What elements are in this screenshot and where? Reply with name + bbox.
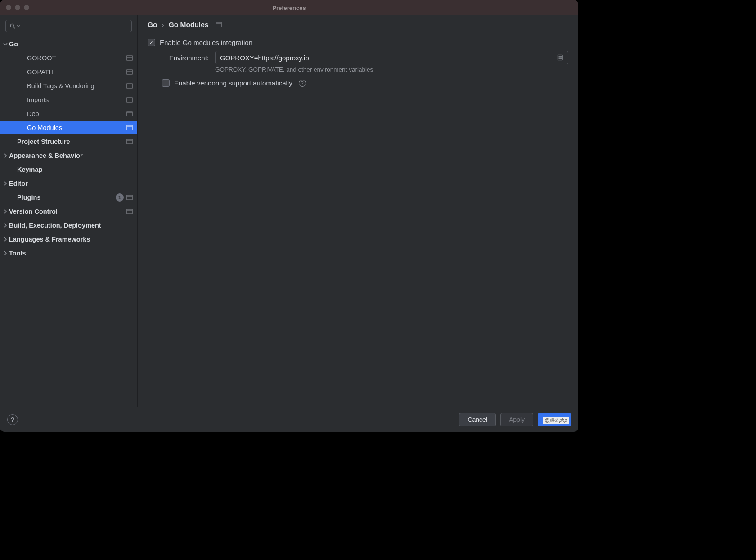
cancel-button[interactable]: Cancel (459, 413, 496, 426)
enable-go-modules-checkbox[interactable] (148, 39, 155, 46)
vendoring-label: Enable vendoring support automatically (174, 79, 292, 87)
window-title: Preferences (0, 4, 578, 11)
environment-row: Environment: GOPROXY=https://goproxy.io (162, 51, 568, 64)
sidebar-item-build-execution-deployment[interactable]: Build, Execution, Deployment (0, 218, 137, 232)
sidebar-item-label: Editor (9, 180, 28, 187)
sidebar-item-languages-frameworks[interactable]: Languages & Frameworks (0, 232, 137, 246)
sidebar-item-label: Plugins (17, 194, 40, 201)
sidebar-item-label: Imports (27, 96, 49, 103)
sidebar-item-label: Go Modules (27, 124, 62, 131)
sidebar-item-label: Dep (27, 110, 39, 117)
project-scope-icon (126, 195, 133, 200)
sidebar-item-go[interactable]: Go (0, 37, 137, 51)
enable-go-modules-label: Enable Go modules integration (160, 39, 252, 46)
environment-label: Environment: (162, 54, 209, 62)
chevron-right-icon[interactable] (0, 209, 9, 214)
sidebar-item-label: Build Tags & Vendoring (27, 82, 94, 90)
chevron-right-icon[interactable] (0, 153, 9, 158)
project-scope-icon (126, 111, 133, 116)
sidebar-item-tools[interactable]: Tools (0, 246, 137, 260)
footer-help-button[interactable]: ? (7, 414, 18, 425)
titlebar: Preferences (0, 0, 578, 15)
environment-hint: GOPROXY, GOPRIVATE, and other environmen… (215, 66, 568, 73)
sidebar-item-editor[interactable]: Editor (0, 176, 137, 190)
sidebar-item-label: GOPATH (27, 68, 54, 76)
chevron-right-icon[interactable] (0, 251, 9, 255)
sidebar-item-label: Appearance & Behavior (9, 152, 83, 159)
search-input[interactable] (5, 20, 132, 32)
chevron-right-icon: › (162, 21, 164, 29)
expand-env-icon[interactable] (557, 54, 563, 61)
vendoring-checkbox[interactable] (162, 79, 170, 87)
vendoring-row[interactable]: Enable vendoring support automatically ? (162, 79, 568, 87)
enable-go-modules-row[interactable]: Enable Go modules integration (148, 39, 568, 46)
apply-button[interactable]: Apply (500, 413, 533, 426)
sidebar-item-keymap[interactable]: Keymap (0, 162, 137, 176)
chevron-right-icon[interactable] (0, 181, 9, 186)
sidebar-item-label: Go (9, 40, 18, 48)
sidebar-item-build-tags-vendoring[interactable]: Build Tags & Vendoring (0, 79, 137, 93)
sidebar-item-label: Languages & Frameworks (9, 236, 90, 243)
project-scope-icon (216, 22, 222, 27)
settings-tree: GoGOROOTGOPATHBuild Tags & VendoringImpo… (0, 36, 137, 407)
body-area: GoGOROOTGOPATHBuild Tags & VendoringImpo… (0, 15, 578, 407)
update-badge: 1 (116, 193, 124, 202)
help-icon[interactable]: ? (299, 80, 306, 87)
breadcrumb: Go › Go Modules (138, 15, 578, 32)
sidebar-item-go-modules[interactable]: Go Modules (0, 121, 137, 134)
sidebar-item-label: Keymap (17, 166, 42, 173)
chevron-right-icon[interactable] (0, 237, 9, 242)
preferences-window: Preferences GoGOROOTGOPATHBuild Tags & V… (0, 0, 578, 432)
sidebar-item-imports[interactable]: Imports (0, 93, 137, 107)
watermark: @掘金 php (543, 417, 569, 424)
environment-value: GOPROXY=https://goproxy.io (220, 54, 557, 62)
sidebar-item-appearance-behavior[interactable]: Appearance & Behavior (0, 148, 137, 162)
search-field[interactable] (21, 23, 128, 30)
footer: ? Cancel Apply @掘金 php (0, 407, 578, 432)
search-dropdown-icon[interactable] (17, 24, 20, 28)
project-scope-icon (126, 69, 133, 75)
sidebar-item-project-structure[interactable]: Project Structure (0, 134, 137, 148)
svg-point-0 (10, 24, 14, 27)
project-scope-icon (126, 55, 133, 61)
sidebar-item-gopath[interactable]: GOPATH (0, 65, 137, 79)
project-scope-icon (126, 83, 133, 89)
sidebar-item-plugins[interactable]: Plugins1 (0, 190, 137, 204)
sidebar: GoGOROOTGOPATHBuild Tags & VendoringImpo… (0, 15, 138, 407)
chevron-right-icon[interactable] (0, 223, 9, 228)
sidebar-item-goroot[interactable]: GOROOT (0, 51, 137, 65)
sidebar-item-label: Build, Execution, Deployment (9, 222, 101, 229)
sidebar-item-label: GOROOT (27, 54, 56, 62)
svg-line-1 (14, 27, 15, 29)
search-icon (9, 23, 16, 29)
sidebar-item-label: Tools (9, 250, 26, 257)
ok-button[interactable]: @掘金 php (538, 413, 571, 426)
breadcrumb-root[interactable]: Go (148, 21, 158, 29)
sidebar-item-version-control[interactable]: Version Control (0, 204, 137, 218)
settings-content: Enable Go modules integration Environmen… (138, 32, 578, 89)
project-scope-icon (126, 125, 133, 130)
breadcrumb-leaf: Go Modules (169, 21, 209, 29)
sidebar-item-dep[interactable]: Dep (0, 107, 137, 121)
project-scope-icon (126, 97, 133, 103)
chevron-down-icon[interactable] (0, 42, 9, 46)
environment-input[interactable]: GOPROXY=https://goproxy.io (215, 51, 568, 64)
sidebar-item-label: Project Structure (17, 138, 70, 145)
project-scope-icon (126, 139, 133, 144)
main-panel: Go › Go Modules Enable Go modules integr… (138, 15, 578, 407)
sidebar-item-label: Version Control (9, 208, 58, 215)
project-scope-icon (126, 209, 133, 214)
